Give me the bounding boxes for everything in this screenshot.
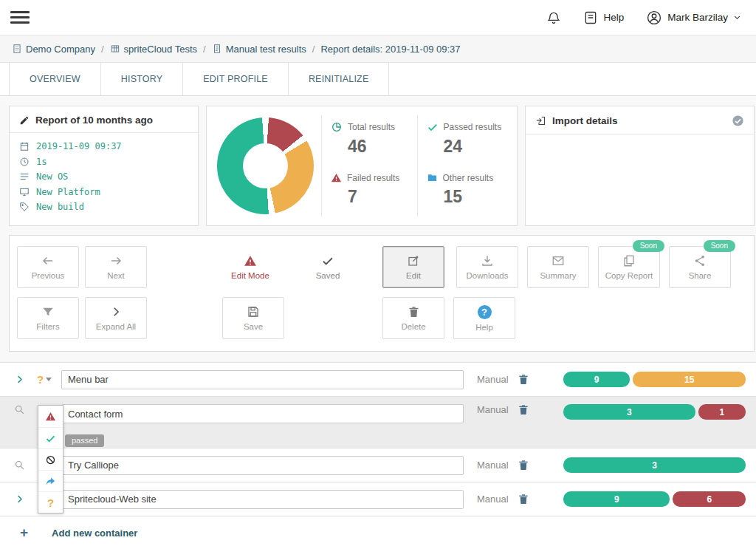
folder-icon [427,172,438,183]
tab-overview[interactable]: OVERVIEW [9,63,101,95]
delete-button[interactable]: Delete [382,297,444,339]
edit-square-icon [407,254,420,267]
report-os: New OS [19,169,188,185]
container-list: ? Manual 9 15 Manual 3 1 [0,362,756,546]
unknown-status-icon: ? [47,496,54,509]
breadcrumb-test-results[interactable]: Manual test results [212,44,306,55]
expand-chevron-icon[interactable] [11,374,27,385]
total-results-value: 46 [348,137,411,157]
tab-edit-profile[interactable]: EDIT PROFILE [183,63,289,95]
filters-button[interactable]: Filters [17,297,79,339]
help-circle-icon: ? [478,305,492,319]
report-info-card: Report of 10 months ago 2019-11-09 09:37… [9,106,199,226]
edit-button[interactable]: Edit [382,246,444,288]
magnifier-icon[interactable] [11,460,27,471]
edit-mode-indicator: Edit Mode [221,246,280,288]
summary-button[interactable]: Summary [527,246,589,288]
check-icon [427,121,439,133]
download-icon [481,254,494,267]
breadcrumb: Demo Company / spriteCloud Tests / Manua… [0,35,756,63]
plus-icon[interactable]: + [20,525,28,541]
help-button[interactable]: ? Help [453,297,515,339]
stat-passed: Passed results 24 [417,115,513,166]
chevron-down-icon [733,13,741,21]
passed-results-value: 24 [444,137,507,157]
container-name-input[interactable] [61,490,464,509]
user-menu[interactable]: Mark Barzilay [646,10,741,26]
check-icon [321,254,334,267]
user-name: Mark Barzilay [667,12,728,23]
container-name-input[interactable] [61,404,464,423]
copy-icon [622,254,636,267]
arrow-right-icon [109,254,123,267]
magnifier-icon[interactable] [11,404,27,415]
trash-icon[interactable] [518,404,529,416]
pencil-icon [19,115,30,126]
breadcrumb-current: Report details: 2019-11-09 09:37 [320,44,460,55]
report-datetime: 2019-11-09 09:37 [19,139,188,154]
breadcrumb-separator: / [203,44,206,55]
trash-icon [408,306,420,318]
results-stats: Total results 46 Passed results 24 [321,115,512,216]
clock-icon [19,157,30,167]
notifications-bell-icon[interactable] [546,10,561,25]
tab-reinitialize[interactable]: REINITIALIZE [289,63,390,95]
stat-failed: Failed results 7 [321,166,417,216]
expand-all-button[interactable]: Expand All [85,297,147,339]
floppy-save-icon [247,305,260,318]
status-option-moved[interactable] [38,470,63,491]
passed-bar: 3 [563,457,746,473]
container-name-input[interactable] [61,456,464,475]
add-container-button[interactable]: Add new container [52,528,137,539]
status-select[interactable]: ? [27,373,61,386]
ban-icon [45,454,56,465]
hamburger-menu-icon[interactable] [10,11,30,24]
other-results-value: 15 [444,187,507,207]
trash-icon[interactable] [518,374,529,386]
status-option-passed[interactable] [38,427,63,448]
container-name-input[interactable] [61,370,464,389]
status-tooltip: passed [65,434,104,447]
share-button[interactable]: Soon Share [669,246,731,288]
help-label: Help [603,12,624,23]
saved-indicator: Saved [306,246,350,288]
failed-results-value: 7 [348,187,411,207]
status-option-failed[interactable] [38,406,63,427]
status-option-unknown[interactable]: ? [38,491,63,513]
trash-icon[interactable] [518,494,529,505]
envelope-icon [551,254,565,267]
soon-badge: Soon [633,240,664,252]
copy-report-button[interactable]: Soon Copy Report [598,246,660,288]
trash-icon[interactable] [518,460,529,471]
soon-badge: Soon [704,240,735,252]
status-option-skipped[interactable] [38,448,63,470]
tab-history[interactable]: HISTORY [101,63,184,95]
other-bar: 15 [633,372,746,387]
previous-button[interactable]: Previous [17,246,79,288]
container-row-try-calliope: Manual 3 [0,448,756,482]
import-card-title: Import details [552,115,618,126]
user-avatar-icon [646,10,662,26]
calendar-icon [19,141,30,151]
import-icon [535,115,546,126]
help-book-icon [583,10,598,25]
expand-chevron-icon[interactable] [11,494,27,505]
main-content: Report of 10 months ago 2019-11-09 09:37… [0,96,756,546]
breadcrumb-company[interactable]: Demo Company [12,44,95,55]
help-menu[interactable]: Help [583,10,624,25]
list-bars-icon [19,171,30,182]
report-card-title: Report of 10 months ago [35,115,153,126]
import-card-header: Import details [526,106,754,134]
container-row-spritecloud-web-site: Manual 9 6 [0,482,756,516]
tag-icon [19,202,30,212]
next-button[interactable]: Next [85,246,147,288]
report-toolbar: Previous Next Edit Mode Saved [9,235,755,352]
result-bars: 3 [563,457,746,473]
report-build: New build [19,199,188,215]
save-button[interactable]: Save [222,297,284,339]
failed-bar: 1 [698,404,746,420]
downloads-button[interactable]: Downloads [456,246,518,288]
forward-arrow-icon [45,476,56,487]
result-bars: 9 6 [563,491,746,507]
breadcrumb-project[interactable]: spriteCloud Tests [110,44,197,55]
